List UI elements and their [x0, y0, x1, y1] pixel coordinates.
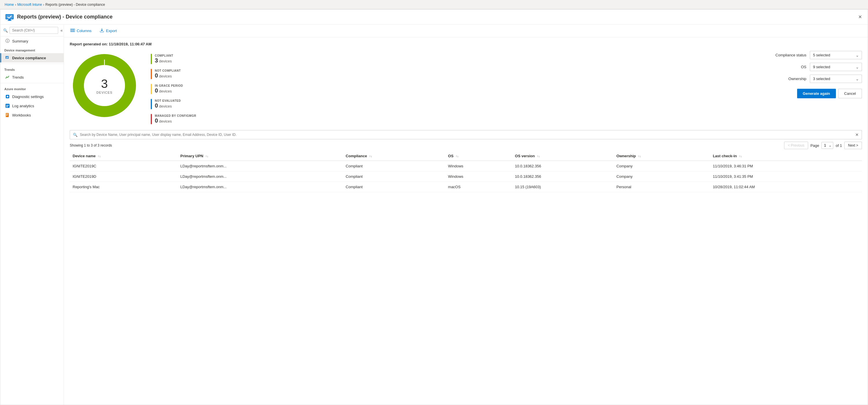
- table-row: IGNITE2019DLDay@reportmsftem.onm...Compl…: [70, 171, 862, 182]
- generate-again-button[interactable]: Generate again: [797, 89, 836, 98]
- svg-rect-9: [6, 105, 9, 105]
- sidebar-item-label: Trends: [12, 75, 24, 79]
- cell-compliance: Compliant: [343, 161, 445, 171]
- report-area: Report generated on: 11/18/2019, 11:06:4…: [64, 37, 868, 405]
- legend-managed-by-configmgr: MANAGED BY CONFIGMGR 0 devices: [151, 114, 196, 124]
- page-select[interactable]: 1: [822, 142, 833, 149]
- columns-icon: [70, 28, 75, 34]
- os-dropdown-wrapper: 9 selected: [810, 63, 862, 71]
- filters-panel: Compliance status 5 selected OS: [769, 51, 862, 98]
- cell-primary-upn: LDay@reportmsftem.onm...: [177, 182, 343, 192]
- search-input[interactable]: [9, 27, 58, 34]
- sidebar-item-diagnostic-settings[interactable]: Diagnostic settings: [0, 92, 64, 101]
- table-area: Device name ↑↓ Primary UPN ↑↓ Compliance…: [70, 151, 862, 192]
- sidebar-item-summary[interactable]: ⓘ Summary: [0, 36, 64, 46]
- col-compliance[interactable]: Compliance ↑↓: [343, 151, 445, 161]
- export-button[interactable]: Export: [98, 27, 119, 35]
- col-device-name[interactable]: Device name ↑↓: [70, 151, 177, 161]
- cancel-button[interactable]: Cancel: [838, 89, 862, 98]
- total-pages: of 1: [836, 143, 842, 148]
- next-button[interactable]: Next >: [844, 142, 862, 149]
- svg-rect-16: [71, 29, 72, 32]
- table-search-input[interactable]: [80, 133, 853, 137]
- svg-rect-18: [73, 29, 75, 32]
- page-select-wrapper: 1: [822, 142, 833, 149]
- legend-compliant: COMPLIANT 3 devices: [151, 54, 196, 64]
- compliance-status-select[interactable]: 5 selected: [810, 51, 862, 59]
- sidebar-collapse-button[interactable]: «: [60, 28, 63, 33]
- showing-records: Showing 1 to 3 of 3 records: [70, 143, 112, 147]
- col-os[interactable]: OS ↑↓: [445, 151, 512, 161]
- breadcrumb: Home › Microsoft Intune › Reports (previ…: [0, 0, 868, 9]
- svg-point-7: [7, 96, 8, 97]
- columns-button[interactable]: Columns: [69, 27, 93, 35]
- breadcrumb-home[interactable]: Home: [5, 3, 14, 7]
- cell-os: Windows: [445, 171, 512, 182]
- page-header-icon: [5, 12, 14, 22]
- cell-compliance: Compliant: [343, 182, 445, 192]
- sidebar-item-device-compliance[interactable]: Device compliance: [0, 53, 64, 62]
- svg-rect-2: [8, 20, 11, 20]
- columns-label: Columns: [77, 29, 91, 33]
- sidebar-item-workbooks[interactable]: Workbooks: [0, 110, 64, 120]
- cell-device-name: IGNITE2019C: [70, 161, 177, 171]
- close-button[interactable]: ✕: [857, 13, 863, 21]
- sidebar-item-label: Workbooks: [12, 113, 31, 117]
- sidebar-search-area: 🔍 «: [0, 25, 64, 36]
- legend-bar-compliant: [151, 54, 152, 64]
- pagination: < Previous Page 1 of 1 Next >: [784, 142, 862, 149]
- previous-button[interactable]: < Previous: [784, 142, 808, 149]
- filter-ownership-label: Ownership: [769, 77, 806, 81]
- filter-compliance-status-label: Compliance status: [769, 53, 806, 57]
- search-clear-icon[interactable]: ✕: [855, 132, 859, 137]
- table-row: Reporting's MacLDay@reportmsftem.onm...C…: [70, 182, 862, 192]
- filter-os-label: OS: [769, 65, 806, 69]
- page-title: Reports (preview) - Device compliance: [17, 14, 113, 20]
- donut-center: 3 DEVICES: [96, 77, 112, 94]
- cell-device-name: Reporting's Mac: [70, 182, 177, 192]
- toolbar: Columns Export: [64, 25, 868, 37]
- svg-rect-13: [6, 113, 8, 114]
- col-os-version[interactable]: OS version ↑↓: [512, 151, 614, 161]
- sort-icon-os-version: ↑↓: [537, 155, 540, 158]
- search-bar-icon: 🔍: [73, 133, 78, 137]
- sort-icon-os: ↑↓: [456, 155, 459, 158]
- cell-ownership: Company: [614, 161, 710, 171]
- log-analytics-icon: [5, 103, 10, 108]
- cell-last-check-in: 11/10/2019, 3:41:35 PM: [710, 171, 862, 182]
- col-primary-upn[interactable]: Primary UPN ↑↓: [177, 151, 343, 161]
- sort-icon-device-name: ↑↓: [98, 155, 101, 158]
- summary-icon: ⓘ: [5, 39, 10, 43]
- diagnostic-icon: [5, 94, 10, 99]
- table-header: Device name ↑↓ Primary UPN ↑↓ Compliance…: [70, 151, 862, 161]
- cell-primary-upn: LDay@reportmsftem.onm...: [177, 161, 343, 171]
- os-select[interactable]: 9 selected: [810, 63, 862, 71]
- table-body: IGNITE2019CLDay@reportmsftem.onm...Compl…: [70, 161, 862, 192]
- workbooks-icon: [5, 113, 10, 117]
- legend-bar-not-compliant: [151, 69, 152, 79]
- svg-rect-15: [6, 115, 7, 116]
- sidebar-section-device-management: Device management: [0, 46, 64, 53]
- ownership-select[interactable]: 3 selected: [810, 75, 862, 83]
- breadcrumb-intune[interactable]: Microsoft Intune: [18, 3, 42, 7]
- report-generated-value: 11/18/2019, 11:06:47 AM: [109, 42, 152, 46]
- export-icon: [99, 28, 104, 34]
- filter-buttons: Generate again Cancel: [769, 89, 862, 98]
- sidebar-item-trends[interactable]: Trends: [0, 73, 64, 82]
- export-label: Export: [106, 29, 117, 33]
- trends-icon: [5, 75, 10, 79]
- sidebar-section-trends: Trends: [0, 65, 64, 73]
- filter-ownership: Ownership 3 selected: [769, 75, 862, 83]
- legend-bar-in-grace-period: [151, 84, 152, 94]
- col-ownership[interactable]: Ownership ↑↓: [614, 151, 710, 161]
- sidebar-item-label: Device compliance: [12, 56, 46, 60]
- legend-not-compliant: NOT COMPLIANT 0 devices: [151, 69, 196, 79]
- data-table: Device name ↑↓ Primary UPN ↑↓ Compliance…: [70, 151, 862, 192]
- svg-rect-3: [7, 20, 11, 21]
- legend-not-evaluated: NOT EVALUATED 0 devices: [151, 99, 196, 109]
- sidebar-item-label: Summary: [12, 39, 28, 43]
- sidebar-item-log-analytics[interactable]: Log analytics: [0, 101, 64, 110]
- legend-bar-not-evaluated: [151, 99, 152, 109]
- col-last-check-in[interactable]: Last check-in ↑↓: [710, 151, 862, 161]
- donut-label: DEVICES: [96, 91, 112, 94]
